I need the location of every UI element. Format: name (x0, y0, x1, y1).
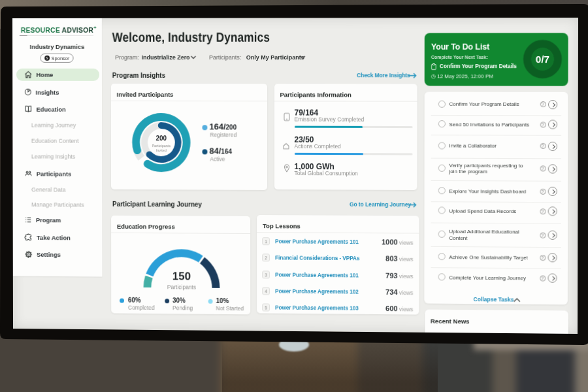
svg-text:200: 200 (156, 135, 167, 142)
svg-text:Participants: Participants (167, 284, 196, 290)
svg-text:150: 150 (172, 270, 191, 282)
svg-text:0/7: 0/7 (536, 54, 549, 65)
svg-text:Participants: Participants (152, 144, 171, 148)
svg-text:Invited: Invited (156, 148, 167, 152)
